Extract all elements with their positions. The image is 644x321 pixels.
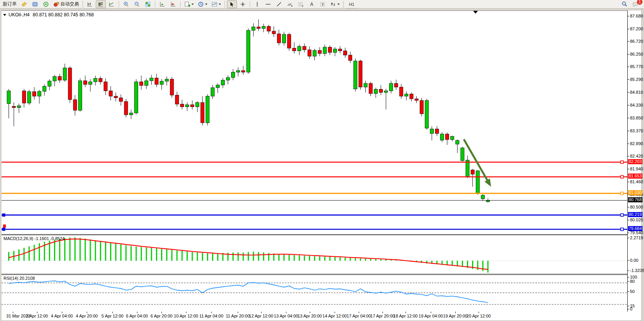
toolbar-right-group: 1 — [619, 0, 641, 8]
notifications-icon[interactable]: 1 — [630, 0, 640, 8]
price-tick — [628, 41, 629, 42]
horizontal-line-tool-button[interactable] — [263, 0, 273, 8]
price-tick-label: 81.940 — [630, 167, 643, 171]
macd-chart[interactable] — [2, 235, 627, 274]
price-tick — [628, 29, 629, 29]
time-tick-label: 11 Apr 04:00 — [199, 314, 223, 318]
time-tick-label: 17 Apr 04:00 — [347, 314, 371, 318]
new-order-button[interactable]: 新订单 — [1, 0, 18, 8]
indicators-dropdown-caret[interactable] — [191, 4, 194, 5]
ticket-icon[interactable] — [19, 0, 29, 8]
toolbar-separator — [180, 1, 181, 7]
candlestick-chart-type-button[interactable] — [96, 0, 106, 8]
time-tick — [137, 312, 137, 313]
periods-button[interactable] — [196, 0, 209, 8]
arrows-tool-button[interactable] — [328, 0, 341, 8]
tile-windows-button[interactable] — [143, 0, 153, 8]
price-tick-label: 87.680 — [630, 14, 643, 18]
time-tick — [431, 312, 431, 313]
profile-icon[interactable] — [30, 0, 40, 8]
macd-scale-tick — [628, 260, 629, 261]
rsi-scale-tick — [628, 306, 629, 306]
time-tick-label: 4 Apr 04:00 — [51, 314, 73, 318]
autotrade-label: 自动交易 — [60, 1, 79, 7]
price-tick — [628, 144, 629, 144]
time-tick — [286, 312, 286, 313]
price-tick — [628, 105, 629, 105]
mt4-application-window: 新订单 自动交易 — [0, 0, 644, 321]
price-tick — [628, 220, 629, 220]
rsi-scale-tick — [628, 281, 629, 282]
rsi-scale-label: 50 — [630, 289, 635, 294]
price-tick-label: 83.850 — [630, 116, 643, 120]
time-axis[interactable]: 31 Mar 20233 Apr 12:004 Apr 04:004 Apr 2… — [2, 312, 641, 320]
price-tick — [628, 54, 629, 54]
price-tick-label: 82.420 — [630, 154, 643, 158]
arrows-dropdown-caret[interactable] — [337, 4, 340, 5]
cursor-tool-button[interactable] — [227, 0, 237, 8]
price-line-badge: 81.030 — [628, 190, 642, 195]
time-tick — [405, 312, 406, 313]
periods-dropdown-caret[interactable] — [205, 4, 207, 5]
macd-panel[interactable] — [2, 235, 627, 274]
search-icon[interactable] — [619, 0, 630, 8]
time-tick-label: 19 Apr 20:00 — [443, 314, 467, 318]
equidistant-channel-tool-button[interactable]: E — [285, 0, 295, 8]
bar-chart-type-button[interactable] — [85, 0, 95, 8]
zoom-out-button[interactable] — [132, 0, 142, 8]
price-line-badge: 81.653 — [628, 174, 642, 179]
price-tick — [628, 233, 629, 233]
crosshair-tool-button[interactable] — [238, 0, 248, 8]
price-tick-label: 84.330 — [630, 103, 643, 107]
time-tick — [261, 312, 261, 313]
line-chart-type-button[interactable] — [107, 0, 117, 8]
autotrade-button[interactable]: 自动交易 — [52, 0, 81, 8]
templates-button[interactable] — [210, 0, 223, 8]
svg-text:T: T — [322, 2, 324, 6]
price-line-badge: 80.768 — [628, 197, 642, 202]
timeframe-button-h1[interactable]: H1 — [346, 0, 358, 8]
rsi-panel[interactable] — [2, 275, 627, 312]
time-tick — [37, 312, 37, 313]
rsi-scale-tick — [628, 309, 629, 309]
auto-scroll-button[interactable] — [157, 0, 167, 8]
price-tick — [628, 92, 629, 93]
one-click-trading-toggle-icon[interactable] — [3, 14, 6, 16]
rsi-scale-label: 80 — [630, 279, 635, 284]
indicators-button[interactable] — [182, 0, 195, 8]
price-tick-label: 86.250 — [630, 52, 643, 56]
text-tool-button[interactable]: A — [307, 0, 317, 8]
fibonacci-tool-button[interactable]: F — [296, 0, 306, 8]
time-tick-label: 11 Apr 20:00 — [226, 314, 250, 318]
trendline-tool-button[interactable] — [274, 0, 284, 8]
time-tick-label: 4 Apr 20:00 — [76, 314, 98, 318]
chart-window: UKOil-,H4 80.871 80.882 80.745 80.768 MA… — [0, 9, 644, 321]
chart-shift-marker-icon[interactable] — [473, 11, 478, 14]
price-tick-label: 80.500 — [630, 205, 643, 209]
price-tick-label: 85.770 — [630, 64, 643, 69]
vertical-line-tool-button[interactable] — [252, 0, 262, 8]
price-tick-label: 86.720 — [630, 39, 643, 44]
price-line-badge: 80.219 — [628, 212, 642, 217]
templates-dropdown-caret[interactable] — [219, 4, 221, 5]
toolbar-separator — [155, 1, 155, 7]
toolbar-grip — [82, 1, 83, 7]
svg-text:E: E — [291, 5, 293, 7]
time-tick-label: 20 Apr 12:00 — [467, 314, 491, 318]
main-price-panel[interactable] — [2, 11, 627, 235]
price-tick-label: 80.020 — [630, 218, 643, 222]
zoom-in-button[interactable] — [121, 0, 131, 8]
signal-icon[interactable] — [41, 0, 51, 8]
text-label-tool-button[interactable]: T — [318, 0, 328, 8]
macd-scale-label: 0.00 — [630, 258, 638, 263]
price-line-badge: 79.684 — [628, 226, 642, 231]
price-tick — [628, 182, 629, 182]
candlestick-chart[interactable] — [2, 11, 627, 234]
time-tick-label: 17 Apr 20:00 — [370, 314, 395, 318]
time-tick — [211, 312, 212, 313]
price-tick — [628, 79, 629, 80]
price-tick — [628, 169, 629, 169]
chart-shift-button[interactable] — [168, 0, 178, 8]
rsi-chart[interactable] — [2, 275, 627, 312]
rsi-scale-tick — [628, 277, 629, 277]
